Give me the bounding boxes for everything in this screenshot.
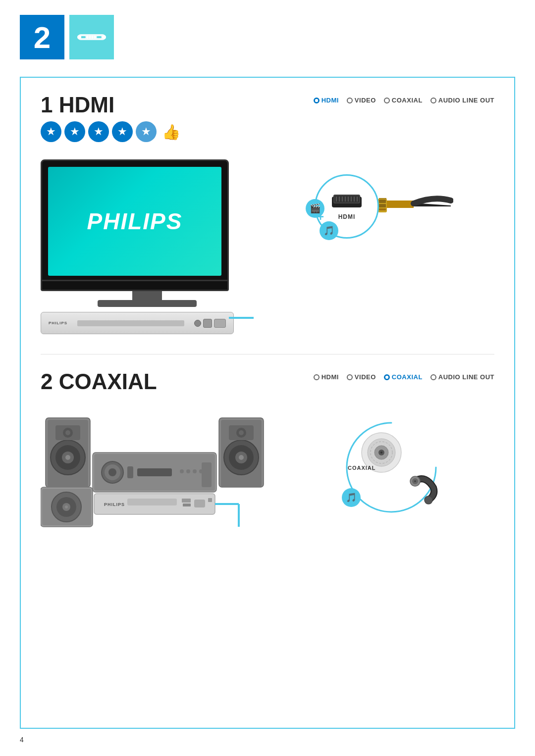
svg-point-42 <box>193 469 197 473</box>
svg-point-78 <box>414 480 416 482</box>
hdmi-cable-svg <box>374 181 453 230</box>
dvd-control-btn <box>194 320 201 327</box>
svg-text:PHILIPS: PHILIPS <box>104 502 125 507</box>
svg-rect-2 <box>87 36 88 39</box>
hdmi-content: PHILIPS PHILIPS <box>41 159 494 334</box>
radio-audio-dot-1 <box>430 98 436 103</box>
coaxial-cable-svg <box>396 470 441 510</box>
philips-tv-brand: PHILIPS <box>87 208 183 235</box>
stars-row: ★ ★ ★ ★ ★ 👍 <box>41 121 180 142</box>
star-3: ★ <box>88 121 109 142</box>
section1-title-block: 1 HDMI ★ ★ ★ ★ ★ 👍 <box>41 93 180 152</box>
speaker-system-svg: PHILIPS <box>41 408 268 532</box>
section1-title: 1 HDMI <box>41 93 180 117</box>
radio-video-2: VIDEO <box>347 373 376 381</box>
radio-audio-dot-2 <box>430 374 436 380</box>
svg-rect-67 <box>208 498 212 502</box>
audio-icon-circle: 🎵 <box>320 221 338 240</box>
tv-illustration: PHILIPS <box>41 159 254 307</box>
section2-title: 2 COAXIAL <box>41 369 157 394</box>
svg-rect-39 <box>137 468 172 476</box>
plus-sign: + <box>317 210 324 224</box>
main-content-box: 1 HDMI ★ ★ ★ ★ ★ 👍 HDMI VIDEO <box>20 77 515 729</box>
page-number: 4 <box>20 736 24 744</box>
hdmi-cable-horizontal <box>229 317 254 319</box>
coaxial-audio-icon: 🎵 <box>342 488 361 507</box>
radio-coaxial-dot-1 <box>384 98 390 103</box>
tv-screen: PHILIPS <box>48 167 221 276</box>
dvd-body: PHILIPS <box>41 312 234 334</box>
speaker-dvd-block: PHILIPS <box>41 408 278 534</box>
svg-rect-4 <box>92 36 93 39</box>
hdmi-section: 1 HDMI ★ ★ ★ ★ ★ 👍 HDMI VIDEO <box>41 93 494 334</box>
radio-hdmi-dot-2 <box>314 374 320 380</box>
svg-point-60 <box>65 505 68 508</box>
step-icon <box>69 15 114 59</box>
svg-point-32 <box>65 430 70 435</box>
svg-rect-66 <box>194 500 205 507</box>
dvd-slot <box>77 320 184 326</box>
radio-video-1: VIDEO <box>347 97 376 104</box>
radio-hdmi-label: HDMI <box>321 97 339 104</box>
star-2: ★ <box>64 121 85 142</box>
hdmi-circle-diagram: HDMI 🎬 🎵 + <box>315 174 379 239</box>
svg-rect-5 <box>94 36 96 39</box>
radio-coaxial-dot-2 <box>384 374 390 380</box>
coaxial-cable-illustration <box>396 470 441 512</box>
tv-outer: PHILIPS <box>41 159 229 281</box>
dvd-brand-label: PHILIPS <box>49 321 67 325</box>
svg-point-51 <box>239 455 244 460</box>
svg-rect-63 <box>127 499 177 505</box>
radio-audio-1: AUDIO LINE OUT <box>430 97 494 104</box>
svg-rect-38 <box>127 466 133 478</box>
svg-point-7 <box>77 35 81 39</box>
radio-coaxial-label-2: COAXIAL <box>392 373 423 381</box>
tv-dvd-block: PHILIPS PHILIPS <box>41 159 254 334</box>
radio-coaxial-1: COAXIAL <box>384 97 423 104</box>
step-number: 2 <box>20 15 64 59</box>
hdmi-connector-block: HDMI 🎬 🎵 + <box>273 159 494 239</box>
svg-rect-22 <box>379 204 386 207</box>
svg-point-54 <box>239 430 244 435</box>
svg-rect-64 <box>182 499 191 503</box>
svg-rect-6 <box>97 36 102 38</box>
svg-point-79 <box>425 496 432 504</box>
tv-bezel <box>41 281 229 291</box>
radio-audio-label-1: AUDIO LINE OUT <box>438 97 494 104</box>
section-divider <box>41 354 494 354</box>
tv-stand-base <box>98 300 197 307</box>
radio-video-dot-2 <box>347 374 353 380</box>
star-4: ★ <box>112 121 133 142</box>
tv-stand-neck <box>132 291 162 300</box>
dvd-eject-btn <box>214 319 226 328</box>
dvd-player-block: PHILIPS <box>41 312 254 334</box>
svg-rect-65 <box>183 504 191 506</box>
hdmi-cable-illustration <box>374 181 453 232</box>
radio-audio-label-2: AUDIO LINE OUT <box>438 373 494 381</box>
svg-rect-11 <box>334 196 359 202</box>
svg-point-8 <box>102 35 106 39</box>
radio-audio-2: AUDIO LINE OUT <box>430 373 494 381</box>
svg-point-37 <box>108 468 116 476</box>
coaxial-header: 2 COAXIAL HDMI VIDEO COAXIAL AUDIO LINE <box>41 369 494 398</box>
svg-point-41 <box>186 469 190 473</box>
coaxial-connector-label: COAXIAL <box>348 465 376 471</box>
svg-rect-1 <box>81 36 86 38</box>
hdmi-radio-options: HDMI VIDEO COAXIAL AUDIO LINE OUT <box>314 97 494 104</box>
coaxial-diagram: COAXIAL 🎵 <box>342 418 441 517</box>
coaxial-section: 2 COAXIAL HDMI VIDEO COAXIAL AUDIO LINE <box>41 369 494 534</box>
radio-hdmi-label-2: HDMI <box>321 373 339 381</box>
svg-point-74 <box>380 452 382 454</box>
svg-rect-45 <box>202 462 212 487</box>
star-1: ★ <box>41 121 61 142</box>
radio-hdmi-dot <box>314 98 320 103</box>
dvd-load-btn <box>203 319 212 328</box>
radio-video-label-1: VIDEO <box>355 97 376 104</box>
svg-rect-23 <box>379 208 386 210</box>
cable-icon <box>77 27 107 47</box>
svg-point-29 <box>65 455 70 460</box>
radio-hdmi-2: HDMI <box>314 373 339 381</box>
radio-video-dot-1 <box>347 98 353 103</box>
radio-hdmi: HDMI <box>314 97 339 104</box>
thumb-icon: 👍 <box>162 123 180 141</box>
